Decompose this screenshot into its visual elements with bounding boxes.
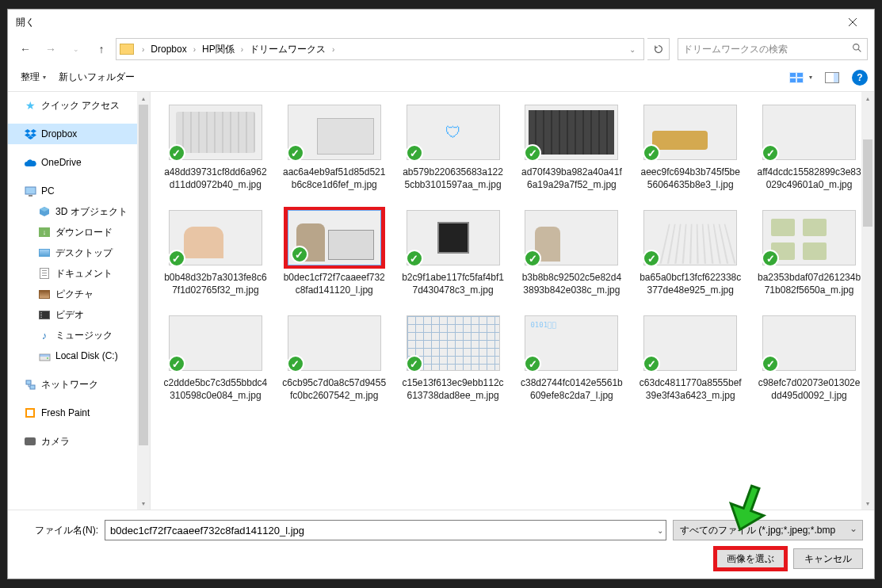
file-item[interactable]: ✓c63dc4811770a8555bef39e3f43a6423_m.jpg xyxy=(635,309,746,405)
chevron-right-icon: › xyxy=(142,45,144,54)
thumbnail-wrap: ✓ xyxy=(521,207,622,269)
caret-down-icon: ▾ xyxy=(809,74,812,81)
file-item[interactable]: ✓b0dec1cf72f7caaeef732c8fad141120_l.jpg xyxy=(279,204,390,300)
network-icon xyxy=(24,378,36,391)
file-name: b0b48d32b7a3013fe8c67f1d02765f32_m.jpg xyxy=(163,272,268,296)
breadcrumb-segment[interactable]: HP関係 xyxy=(199,41,238,58)
sidebar-scrollbar[interactable]: ▴ ▾ xyxy=(137,92,150,510)
file-name: ab579b220635683a1225cbb3101597aa_m.jpg xyxy=(401,166,506,191)
file-item[interactable]: ✓ba2353bdaf07d261234b71b082f5650a_m.jpg xyxy=(754,204,865,300)
sidebar-3d-objects[interactable]: 3D オブジェクト xyxy=(8,201,150,222)
help-button[interactable]: ? xyxy=(852,70,868,86)
thumbnail-wrap: ✓ xyxy=(284,312,385,374)
file-item[interactable]: ✓c15e13f613ec9ebb112c613738dad8ee_m.jpg xyxy=(398,309,509,405)
document-icon xyxy=(38,267,51,280)
dropbox-icon xyxy=(24,128,36,140)
sidebar-camera[interactable]: カメラ xyxy=(8,431,150,452)
thumbnail-view-icon xyxy=(788,71,804,84)
sync-check-icon: ✓ xyxy=(406,250,423,267)
filename-input[interactable] xyxy=(105,520,666,540)
sidebar-documents[interactable]: ドキュメント xyxy=(8,263,150,284)
recent-dropdown[interactable]: ⌄ xyxy=(65,38,87,60)
sidebar-pc[interactable]: PC xyxy=(8,181,150,201)
breadcrumb-dropdown[interactable]: ⌄ xyxy=(624,45,640,54)
sidebar-music[interactable]: ♪ ミュージック xyxy=(8,325,150,346)
sync-check-icon: ✓ xyxy=(762,144,779,162)
file-item[interactable]: ✓c38d2744fc0142e5561b609efe8c2da7_l.jpg xyxy=(516,309,627,405)
file-item[interactable]: ✓ba65a0bcf13fcf622338c377de48e925_m.jpg xyxy=(635,204,746,300)
forward-button[interactable]: → xyxy=(40,38,62,60)
file-name: a48dd39731cf8dd6a962d11dd0972b40_m.jpg xyxy=(163,166,268,191)
file-name: c6cb95c7d0a8c57d9455fc0bc2607542_m.jpg xyxy=(282,377,387,402)
cancel-button[interactable]: キャンセル xyxy=(793,548,863,569)
preview-pane-button[interactable] xyxy=(819,69,846,86)
file-item[interactable]: ✓a48dd39731cf8dd6a962d11dd0972b40_m.jpg xyxy=(160,98,271,194)
caret-down-icon: ▾ xyxy=(43,74,46,81)
sidebar-dropbox[interactable]: Dropbox xyxy=(8,124,150,144)
chevron-right-icon: › xyxy=(332,45,334,54)
folder-icon xyxy=(120,44,134,55)
svg-point-12 xyxy=(47,357,48,359)
dialog-title: 開く xyxy=(16,16,834,29)
file-item[interactable]: ✓aac6a4eb9af51d85d521b6c8ce1d6fef_m.jpg xyxy=(279,98,390,194)
filename-combo[interactable]: ⌄ xyxy=(105,520,666,540)
file-item[interactable]: ✓ab579b220635683a1225cbb3101597aa_m.jpg xyxy=(398,98,509,194)
search-input[interactable]: ドリームワークスの検索 xyxy=(678,38,868,60)
back-button[interactable]: ← xyxy=(14,38,36,60)
file-item[interactable]: ✓c98efc7d02073e01302edd495d0092_l.jpg xyxy=(754,309,865,405)
file-item[interactable]: ✓b2c9f1abe117fc5faf4bf17d430478c3_m.jpg xyxy=(398,204,509,300)
filetype-dropdown[interactable]: すべてのファイル (*.jpg;*.jpeg;*.bmp xyxy=(673,520,863,540)
nav-row: ← → ⌄ ↑ › Dropbox › HP関係 › ドリームワークス › ⌄ … xyxy=(8,35,874,63)
file-item[interactable]: ✓ad70f439ba982a40a41f6a19a29a7f52_m.jpg xyxy=(516,98,627,194)
file-item[interactable]: ✓c2ddde5bc7c3d55bbdc4310598c0e084_m.jpg xyxy=(160,309,271,405)
sidebar-onedrive[interactable]: OneDrive xyxy=(8,152,150,173)
desktop-icon xyxy=(38,246,51,259)
thumbnail-wrap: ✓ xyxy=(640,101,741,163)
file-item[interactable]: ✓c6cb95c7d0a8c57d9455fc0bc2607542_m.jpg xyxy=(279,309,390,405)
svg-rect-7 xyxy=(834,73,838,82)
up-button[interactable]: ↑ xyxy=(90,38,113,60)
file-item[interactable]: ✓b3b8b8c92502c5e82d43893b842e038c_m.jpg xyxy=(516,204,627,300)
sidebar-desktop[interactable]: デスクトップ xyxy=(8,242,150,263)
star-icon: ★ xyxy=(24,99,36,112)
sidebar-pictures[interactable]: ピクチャ xyxy=(8,284,150,304)
file-item[interactable]: ✓aeec9fc694b3b745f5be56064635b8e3_l.jpg xyxy=(635,98,746,194)
refresh-button[interactable] xyxy=(647,38,670,60)
svg-rect-8 xyxy=(25,187,36,194)
thumbnail-wrap: ✓ xyxy=(521,312,622,374)
search-icon xyxy=(852,43,862,55)
sync-check-icon: ✓ xyxy=(406,144,423,162)
file-item[interactable]: ✓aff4dcdc15582899c3e83029c49601a0_m.jpg xyxy=(754,98,865,194)
thumbnail-wrap: ✓ xyxy=(521,101,622,163)
file-name: c15e13f613ec9ebb112c613738dad8ee_m.jpg xyxy=(401,377,506,402)
file-name: b0dec1cf72f7caaeef732c8fad141120_l.jpg xyxy=(282,272,387,296)
thumbnail-wrap: ✓ xyxy=(640,207,741,269)
svg-point-0 xyxy=(853,44,859,50)
sync-check-icon: ✓ xyxy=(168,144,185,162)
file-name: ad70f439ba982a40a41f6a19a29a7f52_m.jpg xyxy=(519,166,624,191)
file-item[interactable]: ✓b0b48d32b7a3013fe8c67f1d02765f32_m.jpg xyxy=(160,204,271,300)
filename-label: ファイル名(N): xyxy=(19,524,98,537)
filegrid-scrollbar[interactable]: ▴ ▾ xyxy=(861,92,874,510)
new-folder-button[interactable]: 新しいフォルダー xyxy=(52,67,141,87)
sidebar-downloads[interactable]: ↓ ダウンロード xyxy=(8,222,150,242)
organize-button[interactable]: 整理 ▾ xyxy=(14,67,52,87)
file-name: b3b8b8c92502c5e82d43893b842e038c_m.jpg xyxy=(519,272,624,296)
chevron-down-icon[interactable]: ⌄ xyxy=(657,526,663,535)
breadcrumb-segment[interactable]: ドリームワークス xyxy=(246,41,329,58)
sidebar-network[interactable]: ネットワーク xyxy=(8,374,150,395)
close-button[interactable] xyxy=(834,10,871,34)
sidebar-videos[interactable]: ビデオ xyxy=(8,304,150,325)
svg-rect-14 xyxy=(30,385,35,389)
chevron-right-icon: › xyxy=(193,45,196,54)
sidebar-fresh-paint[interactable]: Fresh Paint xyxy=(8,403,150,423)
open-button[interactable]: 画像を選ぶ xyxy=(716,548,785,569)
sidebar-quick-access[interactable]: ★ クイック アクセス xyxy=(8,95,150,116)
file-name: c2ddde5bc7c3d55bbdc4310598c0e084_m.jpg xyxy=(163,377,268,402)
svg-rect-2 xyxy=(790,73,796,77)
breadcrumb-segment[interactable]: Dropbox xyxy=(147,42,189,56)
breadcrumb-bar[interactable]: › Dropbox › HP関係 › ドリームワークス › ⌄ xyxy=(116,38,644,60)
view-mode-button[interactable]: ▾ xyxy=(782,68,819,87)
thumbnail-wrap: ✓ xyxy=(284,207,385,269)
sidebar-local-disk[interactable]: Local Disk (C:) xyxy=(8,346,150,366)
